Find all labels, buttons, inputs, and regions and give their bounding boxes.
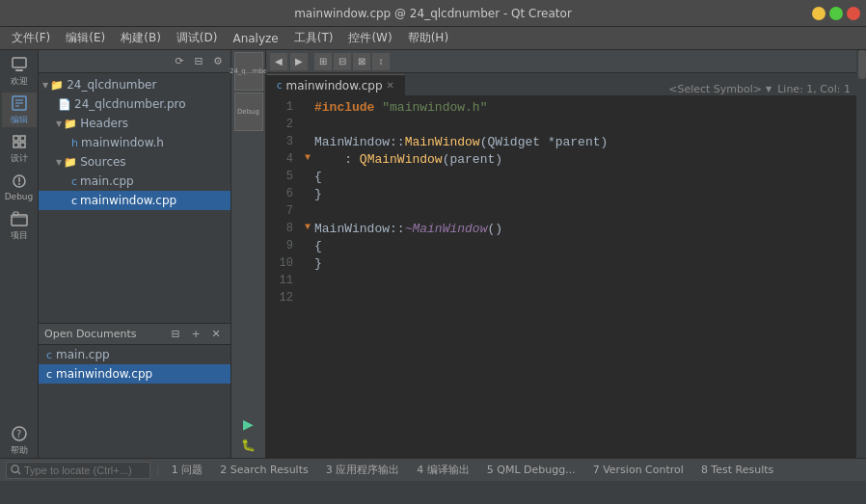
- menu-analyze[interactable]: Analyze: [225, 30, 285, 47]
- open-docs-settings-icon[interactable]: ⊟: [167, 326, 184, 343]
- statusbar-tab-qml[interactable]: 5 QML Debugg...: [481, 459, 582, 481]
- nav-extra-4[interactable]: ↕: [372, 53, 390, 70]
- line-num-3: 3: [266, 135, 301, 148]
- open-docs-header-icons: ⊟ + ✕: [167, 326, 225, 343]
- svg-rect-9: [20, 143, 25, 147]
- statusbar-tab-compile[interactable]: 4 编译输出: [411, 459, 475, 481]
- nav-extra-3[interactable]: ⊠: [353, 53, 370, 70]
- close-button[interactable]: [847, 7, 860, 20]
- code-line-6: 6 }: [266, 187, 856, 204]
- line-content-3: MainWindow::MainWindow(QWidget *parent): [314, 135, 856, 149]
- doc-item-mainwindow[interactable]: c mainwindow.cpp: [39, 364, 230, 384]
- sidebar-item-design[interactable]: 设计: [2, 131, 37, 166]
- open-docs-title: Open Documents: [44, 328, 137, 340]
- svg-point-12: [18, 183, 20, 185]
- tab-mainwindow-cpp[interactable]: c mainwindow.cpp ✕: [266, 74, 405, 95]
- menu-file[interactable]: 文件(F): [4, 28, 58, 48]
- sidebar-item-debug[interactable]: Debug: [2, 170, 37, 204]
- mini-thumb-1[interactable]: 24_q...mbe: [234, 52, 263, 91]
- sidebar-item-help[interactable]: ? 帮助: [2, 423, 37, 458]
- maximize-button[interactable]: [829, 7, 843, 20]
- menu-tools[interactable]: 工具(T): [286, 28, 341, 48]
- code-line-12: 12: [266, 291, 856, 308]
- file-icon: 📄: [58, 98, 71, 111]
- menu-controls[interactable]: 控件(W): [340, 28, 399, 48]
- sidebar-label-edit: 编辑: [11, 114, 28, 126]
- statusbar-tab-tests[interactable]: 8 Test Results: [695, 459, 779, 481]
- tree-item-project-root[interactable]: ▼ 📁 24_qlcdnumber: [39, 75, 230, 94]
- nav-extra-1[interactable]: ⊞: [314, 53, 332, 70]
- line-num-7: 7: [266, 204, 301, 218]
- svg-rect-7: [20, 136, 25, 141]
- statusbar-tab-search[interactable]: 2 Search Results: [214, 459, 314, 481]
- statusbar-search-input[interactable]: [24, 464, 140, 476]
- search-icon: [11, 464, 21, 475]
- doc-item-main[interactable]: c main.cpp: [39, 345, 230, 364]
- line-content-1: #include "mainwindow.h": [314, 100, 856, 115]
- project-toolbar: ⟳ ⊟ ⚙: [39, 50, 230, 73]
- menu-build[interactable]: 构建(B): [113, 28, 169, 48]
- code-line-9: 9 {: [266, 239, 856, 256]
- statusbar-search-box[interactable]: [6, 462, 150, 479]
- line-num-1: 1: [266, 100, 301, 114]
- open-docs-close-icon[interactable]: ✕: [207, 326, 225, 343]
- tab-bar: c mainwindow.cpp ✕ <Select Symbol> ▼ Lin…: [266, 73, 856, 96]
- open-docs-panel: Open Documents ⊟ + ✕ c main.cpp c mainwi…: [39, 323, 230, 458]
- line-content-4: : QMainWindow(parent): [314, 152, 856, 167]
- statusbar-tab-appout[interactable]: 3 应用程序输出: [320, 459, 406, 481]
- tab-cpp-icon: c: [277, 80, 283, 91]
- line-num-12: 12: [266, 291, 301, 305]
- tree-item-pro-file[interactable]: 📄 24_qlcdnumber.pro: [39, 94, 230, 114]
- sidebar-item-edit[interactable]: 编辑: [2, 93, 37, 127]
- statusbar-tab-vcs[interactable]: 7 Version Control: [587, 459, 690, 481]
- line-arrow-4: ▼: [301, 152, 314, 163]
- line-content-10: }: [314, 256, 856, 271]
- tree-arrow-root: ▼: [42, 81, 48, 90]
- tree-item-sources[interactable]: ▼ 📁 Sources: [39, 152, 230, 172]
- statusbar-tab-problems[interactable]: 1 问题: [166, 459, 209, 481]
- menubar: 文件(F) 编辑(E) 构建(B) 调试(D) Analyze 工具(T) 控件…: [0, 27, 866, 50]
- sidebar-item-projects[interactable]: 项目: [2, 208, 37, 243]
- code-line-4: 4 ▼ : QMainWindow(parent): [266, 152, 856, 170]
- code-editor[interactable]: 1 #include "mainwindow.h" 2 3 MainWindow…: [266, 96, 856, 458]
- nav-extra-2[interactable]: ⊟: [334, 53, 351, 70]
- line-content-8: MainWindow::~MainWindow(): [314, 222, 856, 236]
- tree-item-mainwindow-h[interactable]: h mainwindow.h: [39, 133, 230, 152]
- code-line-11: 11: [266, 274, 856, 291]
- sidebar-label-debug: Debug: [5, 192, 34, 201]
- svg-rect-0: [13, 58, 26, 67]
- project-sync-icon[interactable]: ⟳: [171, 53, 188, 70]
- sidebar-label-help: 帮助: [11, 444, 28, 457]
- tree-item-headers[interactable]: ▼ 📁 Headers: [39, 114, 230, 133]
- menu-debug[interactable]: 调试(D): [169, 28, 226, 48]
- line-num-8: 8: [266, 222, 301, 235]
- project-settings-icon[interactable]: ⚙: [209, 53, 227, 70]
- titlebar: mainwindow.cpp @ 24_qlcdnumber - Qt Crea…: [0, 0, 866, 27]
- svg-rect-1: [15, 69, 23, 71]
- line-num-5: 5: [266, 170, 301, 183]
- tree-item-mainwindow-cpp[interactable]: c mainwindow.cpp: [39, 191, 230, 210]
- header-icon: h: [71, 137, 78, 149]
- sidebar-item-welcome[interactable]: 欢迎: [2, 54, 37, 89]
- editor-scroll-track[interactable]: [856, 50, 866, 458]
- nav-forward-button[interactable]: ▶: [290, 53, 308, 70]
- mini-debug-icon[interactable]: 🐛: [240, 437, 257, 454]
- line-num-9: 9: [266, 239, 301, 252]
- mini-run-icon[interactable]: ▶: [240, 415, 257, 433]
- tree-item-main-cpp[interactable]: c main.cpp: [39, 172, 230, 191]
- mini-thumb-2[interactable]: Debug: [234, 93, 263, 131]
- open-docs-split-icon[interactable]: +: [187, 326, 204, 343]
- tab-close-icon[interactable]: ✕: [387, 80, 394, 91]
- project-filter-icon[interactable]: ⊟: [190, 53, 207, 70]
- code-line-2: 2: [266, 118, 856, 135]
- sidebar-label-projects: 项目: [11, 229, 28, 242]
- svg-rect-8: [14, 143, 18, 147]
- menu-edit[interactable]: 编辑(E): [58, 28, 113, 48]
- project-tree: ▼ 📁 24_qlcdnumber 📄 24_qlcdnumber.pro ▼ …: [39, 73, 230, 323]
- code-line-8: 8 ▼ MainWindow::~MainWindow(): [266, 222, 856, 239]
- editor-scroll-thumb[interactable]: [858, 50, 866, 79]
- minimize-button[interactable]: [812, 7, 825, 20]
- statusbar: | 1 问题 2 Search Results 3 应用程序输出 4 编译输出 …: [0, 458, 866, 481]
- menu-help[interactable]: 帮助(H): [400, 28, 456, 48]
- nav-back-button[interactable]: ◀: [270, 53, 287, 70]
